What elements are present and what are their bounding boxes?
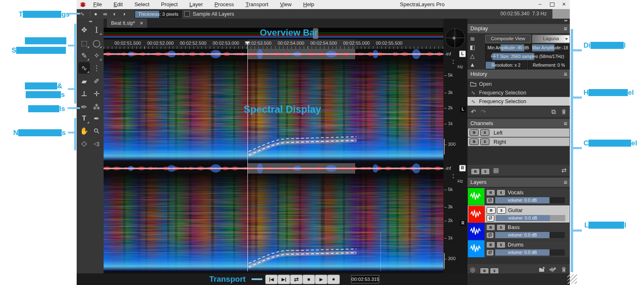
channels-mute-all-button[interactable]: m (471, 167, 480, 175)
refinement-field[interactable]: Refinement: 0 % (528, 61, 570, 69)
menu-view[interactable]: View (274, 0, 298, 9)
record-button[interactable]: ● (327, 275, 340, 284)
window-resize-grip[interactable] (567, 274, 577, 284)
fft-size-field[interactable]: FFT Size: 2560 samples (58ms/17Hz) (485, 53, 570, 60)
layer-phase-button[interactable]: Ø (486, 249, 494, 256)
sample-all-layers-toggle[interactable]: Sample All Layers (184, 9, 234, 19)
scale-spinner-up[interactable]: ▴ (453, 58, 454, 61)
playback-tool-button[interactable]: ◁) (91, 138, 102, 149)
maximize-button[interactable] (547, 0, 557, 9)
time-selection-tool-button[interactable]: I (91, 24, 102, 36)
rectangle-selection-tool-button[interactable]: ⬚ (78, 37, 90, 49)
thickness-field[interactable]: Thickness: 3 pixels (135, 10, 182, 18)
layer-volume-slider[interactable]: volume: 0.0 dB (496, 215, 565, 221)
trash-icon[interactable] (561, 109, 567, 115)
history-item-frequency-selection-current[interactable]: ∿ Frequency Selection (467, 97, 570, 106)
eraser-tool-button[interactable]: ▰ (78, 75, 90, 87)
play-button[interactable]: ▶ (315, 275, 327, 284)
channel-row-left[interactable]: m s Left (468, 128, 569, 137)
layer-phase-button[interactable]: Ø (487, 215, 494, 222)
menu-project[interactable]: Project (155, 0, 184, 9)
layer-mute-button[interactable]: m (486, 224, 495, 231)
layers-menu-icon[interactable]: ≡ (564, 178, 567, 187)
loop-button[interactable]: ⇄ (290, 275, 303, 284)
layer-solo-button[interactable]: s (496, 242, 506, 248)
layer-row-drums[interactable]: m s Drums Ø volume: 0.0 dB (468, 240, 569, 257)
lasso-selection-tool-button[interactable]: ◯ (91, 37, 102, 49)
layer-mute-button[interactable]: m (487, 207, 496, 214)
transform-tool-button[interactable]: ✥ (78, 24, 90, 36)
menu-select[interactable]: Select (128, 0, 155, 9)
brush-selection-tool-button[interactable]: ✎ (78, 50, 90, 61)
channel-solo-button[interactable]: s (480, 138, 489, 145)
playhead-marker[interactable] (245, 41, 250, 45)
time-ruler[interactable]: 00:02:51.500 00:02:52.000 00:02:52.500 0… (104, 39, 443, 49)
new-layer-icon[interactable] (549, 266, 557, 273)
document-tab[interactable]: Beat It.slp* × (107, 19, 147, 28)
layer-target-icon[interactable]: ◎ (470, 266, 475, 273)
history-item-frequency-selection[interactable]: ∿ Frequency Selection (467, 88, 570, 97)
amplify-tool-button[interactable]: ✐ (91, 75, 102, 87)
brush-shape-round-button[interactable]: ● (94, 9, 97, 19)
scale-spinner-down[interactable]: ▾ (453, 62, 454, 65)
layer-phase-button[interactable]: Ø (486, 232, 494, 239)
scale-spinner-down[interactable]: ▾ (453, 176, 454, 179)
zoom-tool-button[interactable]: ⚲ (91, 125, 102, 137)
menu-transport[interactable]: Transport (240, 0, 274, 9)
layer-volume-slider[interactable]: volume: 0.0 dB (495, 197, 565, 203)
layer-solo-button[interactable]: s (496, 189, 506, 196)
stop-button[interactable]: ■ (303, 275, 315, 284)
channels-menu-icon[interactable]: ≡ (564, 119, 567, 128)
tab-close-icon[interactable]: × (140, 20, 143, 26)
layer-row-vocals[interactable]: m s Vocals Ø volume: 0.0 dB (468, 188, 569, 205)
history-menu-icon[interactable]: ≡ (564, 70, 567, 79)
channel-solo-button[interactable]: s (480, 129, 489, 136)
hand-tool-button[interactable]: ✋ (78, 125, 90, 137)
display-menu-icon[interactable]: ≡ (564, 24, 567, 33)
panel-expand-arrows-icon[interactable]: ▸▸ (564, 18, 567, 22)
go-to-end-button[interactable]: ▶| (278, 275, 290, 284)
magic-wand-tool-button[interactable]: ✧ (91, 50, 102, 61)
undo-icon[interactable]: ↶ (471, 109, 476, 115)
colormap-dropdown[interactable]: Laguna (532, 35, 570, 43)
layer-phase-button[interactable]: Ø (486, 197, 494, 204)
menu-edit[interactable]: Edit (108, 0, 128, 9)
trash-icon[interactable] (561, 266, 567, 273)
jog-orb-control[interactable]: ◈ (445, 28, 465, 48)
min-amplitude-field[interactable]: Min Amplitude:-90 dB (485, 44, 531, 52)
layer-solo-button[interactable]: s (496, 224, 506, 231)
waveform-strip-left-channel[interactable] (104, 49, 443, 59)
channel-mute-button[interactable]: m (470, 129, 479, 136)
composite-view-button[interactable]: Composite View (485, 35, 531, 43)
frequency-selection-tool-button[interactable]: ∿ (78, 62, 90, 74)
palette-collapse-arrows-icon[interactable]: ◂◂ (77, 19, 104, 23)
redo-icon[interactable]: ↷ (481, 109, 486, 115)
layer-thumbnail[interactable] (468, 188, 484, 205)
channel-row-right[interactable]: m s Right (468, 138, 569, 146)
layer-thumbnail[interactable] (468, 223, 484, 240)
layer-mute-button[interactable]: m (486, 242, 495, 248)
resolution-field[interactable]: Resolution: x 2 (485, 61, 527, 69)
layer-volume-slider[interactable]: volume: 0.0 dB (495, 249, 565, 256)
minimize-button[interactable]: – (535, 0, 545, 9)
layer-thumbnail[interactable] (468, 240, 484, 257)
layer-mute-button[interactable]: m (486, 189, 495, 196)
3d-view-tool-button[interactable]: ◇ (78, 138, 90, 149)
spray-tool-button[interactable]: ⁂ (91, 101, 102, 113)
channel-swap-icon[interactable]: ⇄ (561, 167, 567, 174)
scale-spinner-up[interactable]: ▴ (453, 173, 454, 176)
picker-tool-button[interactable]: ✒ (91, 113, 102, 124)
layer-row-bass[interactable]: m s Bass Ø volume: 0.0 dB (468, 223, 569, 240)
menu-layer[interactable]: Layer (184, 0, 209, 9)
clone-stamp-tool-button[interactable]: ⊥ (78, 88, 90, 99)
brush-shape-half-button[interactable]: ◐ (113, 9, 116, 19)
layer-row-guitar[interactable]: m s Guitar Ø volume: 0.0 dB (468, 205, 569, 222)
menu-file[interactable]: File (87, 0, 108, 9)
scale-scroll-indicator[interactable] (444, 139, 445, 155)
go-to-start-button[interactable]: |◀ (265, 275, 278, 284)
layer-volume-slider[interactable]: volume: 0.0 dB (495, 232, 565, 238)
brush-shape-double-button[interactable]: ∞ (103, 9, 107, 19)
heal-tool-button[interactable]: ✛ (91, 88, 102, 99)
harmonics-selection-tool-button[interactable]: ⋮ (91, 62, 102, 74)
close-button[interactable]: × (559, 0, 569, 9)
